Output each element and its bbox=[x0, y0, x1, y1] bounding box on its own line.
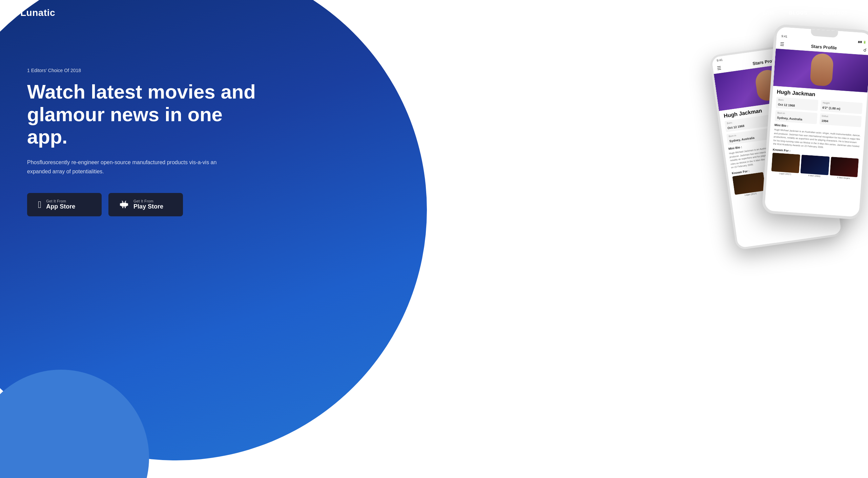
front-bornin-value: Sydney, Australia bbox=[777, 116, 802, 121]
front-time: 9:41 bbox=[781, 35, 787, 38]
front-height-label: Height bbox=[823, 102, 861, 107]
hero-title: Watch latest movies and glamour news in … bbox=[27, 81, 264, 148]
front-star-profile: Hugh Jackman Born: Oct 12 1968 Height 6'… bbox=[767, 86, 867, 183]
front-movie-2: X-Men (2000) bbox=[800, 154, 830, 178]
cta-buttons:  Get It From App Store bbox=[27, 193, 264, 216]
play-store-large-text: Play Store bbox=[133, 203, 163, 210]
back-thumb-1 bbox=[732, 172, 766, 195]
nav-link-portfolio[interactable]: PORTFOLIO bbox=[679, 10, 710, 16]
apple-icon:  bbox=[38, 200, 41, 210]
front-signal: ▮▮▮ 🔋 bbox=[858, 40, 866, 44]
back-bornin-value: Sydney, Australia bbox=[729, 136, 755, 143]
front-movie-1: Logan (2017) bbox=[771, 152, 801, 176]
svg-rect-5 bbox=[122, 207, 123, 208]
nav-item-team[interactable]: TEAM bbox=[759, 10, 774, 16]
front-search-icon[interactable]: ☌ bbox=[863, 47, 867, 53]
front-star-image bbox=[773, 49, 868, 92]
logo[interactable]: Lunatic bbox=[20, 7, 55, 18]
nav-item-prices[interactable]: PRICES bbox=[725, 10, 744, 16]
app-store-button[interactable]:  Get It From App Store bbox=[27, 193, 102, 216]
nav-link-home[interactable]: HOME bbox=[606, 10, 621, 18]
back-born-value: Oct 12 1968 bbox=[727, 124, 745, 130]
navbar: Lunatic HOME FEATURES PORTFOLIO PRICES T… bbox=[0, 0, 868, 26]
phone-front: 9:41 ▮▮▮ 🔋 ☰ Stars Profile ☌ Hugh Jackma… bbox=[762, 24, 868, 220]
svg-rect-6 bbox=[125, 207, 126, 208]
app-store-button-text: Get It From App Store bbox=[46, 199, 75, 210]
front-debut-value: 1994 bbox=[821, 119, 828, 123]
nav-item-blogs[interactable]: BLOGS bbox=[789, 10, 808, 16]
back-movie-1: Logan (2017) bbox=[732, 172, 766, 197]
app-store-small-text: Get It From bbox=[46, 199, 66, 203]
android-icon bbox=[119, 199, 129, 210]
front-stat-height: Height 6'2" (1.88 m) bbox=[820, 100, 863, 114]
front-born-value: Oct 12 1968 bbox=[778, 103, 795, 107]
nav-link-prices[interactable]: PRICES bbox=[725, 10, 744, 16]
front-thumb-1 bbox=[771, 152, 801, 173]
phone-front-screen: 9:41 ▮▮▮ 🔋 ☰ Stars Profile ☌ Hugh Jackma… bbox=[764, 27, 868, 217]
front-debut-label: Debut bbox=[822, 115, 860, 120]
nav-item-contact[interactable]: CONTACT bbox=[823, 10, 848, 16]
front-born-label: Born: bbox=[778, 99, 816, 104]
front-stat-born: Born: Oct 12 1968 bbox=[776, 97, 819, 111]
front-height-value: 6'2" (1.88 m) bbox=[822, 106, 841, 111]
svg-rect-2 bbox=[121, 203, 127, 207]
front-movie-3: X-Men Origins bbox=[829, 156, 859, 180]
front-knownfor-grid: Logan (2017) X-Men (2000) X-Men Origins bbox=[771, 152, 859, 180]
front-thumb-3 bbox=[830, 156, 859, 177]
nav-link-features[interactable]: FEATURES bbox=[636, 10, 664, 16]
play-store-button-text: Get It From Play Store bbox=[133, 199, 163, 210]
front-menu-icon[interactable]: ☰ bbox=[780, 41, 785, 47]
front-stat-debut: Debut 1994 bbox=[819, 113, 862, 127]
svg-rect-3 bbox=[120, 203, 121, 206]
hero-section: Lunatic HOME FEATURES PORTFOLIO PRICES T… bbox=[0, 0, 868, 478]
nav-item-portfolio[interactable]: PORTFOLIO bbox=[679, 10, 710, 16]
back-time: 9:41 bbox=[717, 58, 723, 62]
nav-link-blogs[interactable]: BLOGS bbox=[789, 10, 808, 16]
hero-badge: 1 Editors' Choice Of 2018 bbox=[27, 68, 264, 73]
play-store-button[interactable]: Get It From Play Store bbox=[108, 193, 183, 216]
hero-content: 1 Editors' Choice Of 2018 Watch latest m… bbox=[0, 0, 264, 243]
nav-link-contact[interactable]: CONTACT bbox=[823, 10, 848, 16]
phone-mockups: 9:41 ▮▮▮ WiFi ⬡ ☰ Stars Profile ☌ bbox=[621, 20, 868, 257]
play-store-small-text: Get It From bbox=[133, 199, 153, 203]
hero-subtitle: Phosfluorescently re-engineer open-sourc… bbox=[27, 158, 237, 176]
nav-item-features[interactable]: FEATURES bbox=[636, 10, 664, 16]
front-thumb-2 bbox=[801, 154, 830, 175]
nav-item-home[interactable]: HOME bbox=[606, 10, 621, 16]
front-bornin-label: Born in bbox=[777, 112, 815, 117]
app-store-large-text: App Store bbox=[46, 203, 75, 210]
nav-link-team[interactable]: TEAM bbox=[759, 10, 774, 16]
nav-links: HOME FEATURES PORTFOLIO PRICES TEAM BLOG… bbox=[606, 10, 848, 16]
front-stat-bornin: Born in Sydney, Australia bbox=[775, 110, 818, 124]
svg-rect-4 bbox=[127, 203, 128, 206]
